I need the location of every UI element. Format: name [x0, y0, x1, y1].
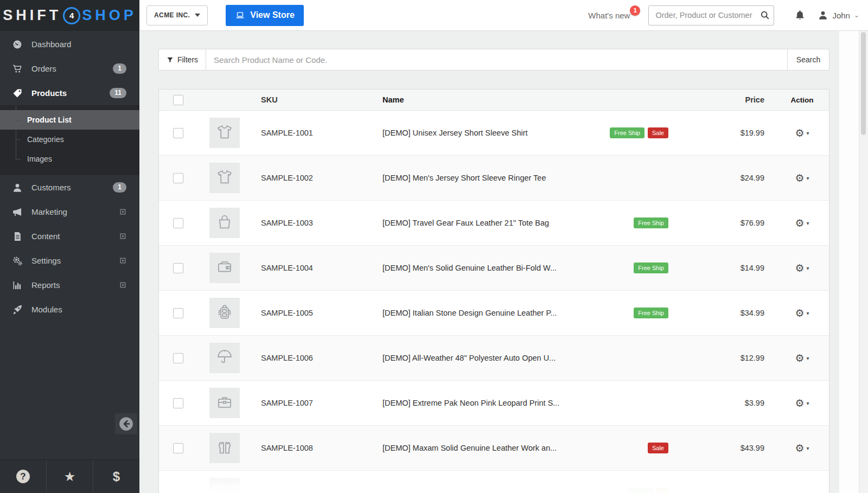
product-badge	[628, 488, 653, 493]
footer-help-button[interactable]: ?	[0, 460, 46, 493]
sidebar-item-label: Customers	[31, 183, 113, 192]
row-price: $19.99	[668, 129, 764, 137]
gear-icon: ⚙	[795, 128, 804, 138]
table-row: SAMPLE-1005[DEMO] Italian Stone Design G…	[159, 291, 829, 336]
row-name[interactable]: [DEMO] Travel Gear Faux Leather 21" Tote…	[382, 219, 576, 227]
notifications-bell-icon[interactable]	[794, 9, 806, 21]
row-checkbox[interactable]	[173, 173, 183, 183]
column-header-sku[interactable]: SKU	[261, 95, 382, 104]
sidebar-collapse-button[interactable]	[115, 413, 137, 434]
gear-icon: ⚙	[795, 263, 804, 273]
collapse-arrow-icon	[119, 417, 133, 431]
row-name[interactable]: [DEMO] Men's Jersey Short Sleeve Ringer …	[382, 174, 576, 182]
row-price: $12.99	[668, 354, 764, 362]
product-thumbnail[interactable]	[209, 253, 240, 283]
gear-icon: ⚙	[795, 218, 804, 228]
scrollbar-thumb[interactable]	[861, 32, 866, 135]
briefcase-icon	[215, 393, 234, 413]
sidebar-item-label: Dashboard	[31, 40, 126, 49]
row-name[interactable]: [DEMO] Italian Stone Design Genuine Leat…	[382, 309, 576, 317]
row-checkbox[interactable]	[173, 488, 183, 493]
expand-icon[interactable]	[119, 208, 126, 215]
row-checkbox[interactable]	[173, 443, 183, 453]
submenu-item-categories[interactable]: Categories	[0, 130, 139, 149]
user-menu[interactable]: John ⌄	[818, 10, 859, 21]
row-name[interactable]: [DEMO] All-Weather 48" Polyester Auto Op…	[382, 354, 576, 362]
user-avatar-icon	[818, 10, 828, 21]
product-thumbnail[interactable]	[209, 208, 240, 238]
row-checkbox[interactable]	[173, 128, 183, 138]
hat-icon	[215, 483, 234, 493]
table-body: SAMPLE-1001[DEMO] Unisex Jersey Short Sl…	[159, 111, 829, 493]
caret-down-icon: ▾	[807, 310, 809, 316]
footer-dollar-button[interactable]: $	[93, 460, 139, 493]
scrollbar[interactable]	[859, 31, 868, 493]
sidebar-item-marketing[interactable]: Marketing	[0, 200, 139, 224]
row-checkbox[interactable]	[173, 218, 183, 228]
row-actions-button[interactable]: ⚙▾	[795, 173, 809, 183]
row-checkbox[interactable]	[173, 308, 183, 318]
filters-button[interactable]: Filters	[159, 49, 206, 70]
view-store-button[interactable]: View Store	[226, 5, 304, 26]
row-name[interactable]: [DEMO] Men's Solid Genuine Leather Bi-Fo…	[382, 264, 576, 272]
select-all-checkbox[interactable]	[173, 95, 183, 105]
sidebar-item-orders[interactable]: Orders1	[0, 56, 139, 81]
content-right-gutter	[839, 31, 859, 493]
sidebar-item-label: Products	[31, 88, 110, 98]
column-header-name[interactable]: Name	[382, 95, 576, 104]
product-badge: Free Ship	[634, 217, 668, 228]
row-name[interactable]: [DEMO] Extreme Pak Neon Pink Leopard Pri…	[382, 399, 576, 407]
count-badge: 1	[113, 63, 126, 74]
store-selector-button[interactable]: ACME INC.	[146, 5, 208, 25]
sidebar-item-reports[interactable]: Reports	[0, 273, 139, 297]
row-actions-button[interactable]: ⚙▾	[795, 308, 809, 318]
tshirt-icon	[215, 123, 234, 143]
product-search-input[interactable]	[206, 49, 787, 70]
expand-icon[interactable]	[119, 257, 126, 264]
submenu-item-product-list[interactable]: Product List	[0, 110, 139, 130]
row-checkbox[interactable]	[173, 398, 183, 408]
footer-star-button[interactable]: ★	[46, 460, 93, 493]
row-actions-button[interactable]: ⚙▾	[795, 353, 809, 363]
sidebar-item-modules[interactable]: Modules	[0, 297, 139, 322]
count-badge: 11	[110, 88, 126, 98]
row-checkbox[interactable]	[173, 353, 183, 363]
submenu-item-images[interactable]: Images	[0, 149, 139, 169]
shift4shop-logo[interactable]: SHIFT4SHOP	[3, 7, 137, 24]
search-button[interactable]: Search	[787, 49, 829, 70]
caret-down-icon: ▾	[807, 265, 809, 271]
sidebar-item-customers[interactable]: Customers1	[0, 175, 139, 200]
global-search	[648, 5, 774, 25]
table-row: SAMPLE-1002[DEMO] Men's Jersey Short Sle…	[159, 156, 829, 201]
product-thumbnail[interactable]	[209, 163, 240, 193]
expand-icon[interactable]	[119, 281, 126, 289]
row-checkbox[interactable]	[173, 263, 183, 273]
product-badge: Sale	[648, 443, 668, 453]
cart-icon	[11, 63, 24, 75]
product-thumbnail[interactable]	[209, 343, 240, 373]
search-icon[interactable]	[760, 10, 770, 20]
sidebar-item-settings[interactable]: Settings	[0, 248, 139, 273]
product-badge: Free Ship	[634, 308, 668, 318]
row-name[interactable]: [DEMO] Maxam Solid Genuine Leather Work …	[382, 444, 576, 452]
row-sku: SAMPLE-1001	[261, 129, 382, 137]
sidebar-item-products[interactable]: Products11	[0, 81, 139, 105]
whats-new-badge: 1	[630, 5, 640, 16]
whats-new-link[interactable]: What's new 1	[588, 11, 635, 20]
row-actions-button[interactable]: ⚙▾	[795, 398, 809, 408]
row-actions-button[interactable]: ⚙▾	[795, 218, 809, 228]
row-actions-button[interactable]: ⚙▾	[795, 263, 809, 273]
product-thumbnail[interactable]	[209, 388, 240, 418]
row-actions-button[interactable]: ⚙▾	[795, 443, 809, 453]
expand-icon[interactable]	[119, 233, 126, 240]
row-name[interactable]: [DEMO] Unisex Jersey Short Sleeve Shirt	[382, 129, 576, 137]
sidebar-item-content[interactable]: Content	[0, 224, 139, 248]
product-thumbnail[interactable]	[209, 433, 240, 463]
global-search-input[interactable]	[649, 11, 760, 20]
product-thumbnail[interactable]	[209, 478, 240, 493]
row-actions-button[interactable]: ⚙▾	[795, 128, 809, 138]
sidebar-item-dashboard[interactable]: Dashboard	[0, 32, 139, 56]
product-thumbnail[interactable]	[209, 118, 240, 148]
column-header-price[interactable]: Price	[668, 95, 764, 104]
product-thumbnail[interactable]	[209, 298, 240, 328]
